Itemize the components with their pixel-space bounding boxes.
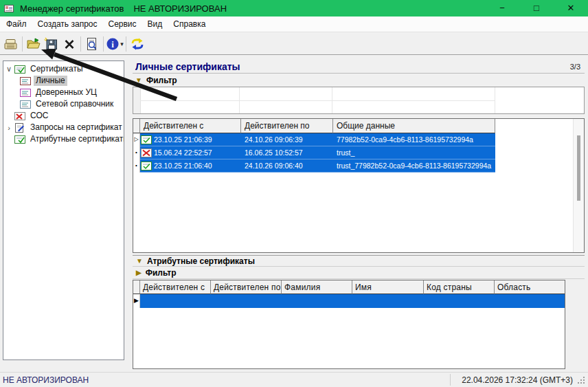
delete-icon: [63, 37, 76, 51]
certificate-tree: ∨ Сертификаты Личные Доверенных УЦ Сетев…: [3, 60, 124, 360]
attribute-filter-label: Фильтр: [146, 268, 177, 278]
vertical-scrollbar[interactable]: [573, 119, 584, 252]
cell-valid-from: 23.10.25 21:06:39: [140, 135, 241, 144]
current-row-marker: ▶: [133, 294, 140, 308]
tree-item-cert-requests[interactable]: › Запросы на сертификат: [3, 122, 124, 133]
column-header-country-code[interactable]: Код страны: [424, 280, 495, 294]
filter-cell-valid-from[interactable]: [141, 87, 239, 100]
filter-cell-common-data[interactable]: [332, 87, 495, 100]
info-icon: i: [106, 37, 120, 51]
title-bar: Менеджер сертификатов НЕ АВТОРИЗИРОВАН −…: [0, 0, 588, 16]
cert-revoked-icon: [141, 148, 152, 157]
menu-help[interactable]: Справка: [168, 17, 211, 31]
tree-item-label[interactable]: СОС: [28, 111, 50, 121]
personal-cert-icon: [20, 76, 31, 86]
page-title: Личные сертификаты: [135, 61, 240, 72]
resize-grip-icon[interactable]: [578, 377, 586, 385]
triangle-down-icon[interactable]: ▼: [135, 77, 142, 84]
attribute-section-header[interactable]: ▼ Атрибутные сертификаты: [133, 255, 585, 267]
menu-view[interactable]: Вид: [142, 17, 168, 31]
column-header-valid-to[interactable]: Действителен по: [211, 280, 282, 294]
column-header-common-data[interactable]: Общие данные: [333, 119, 495, 133]
tree-item-certificates[interactable]: ∨ Сертификаты: [3, 63, 124, 75]
toolbar: i ▾: [0, 33, 588, 55]
filter-grid: [133, 87, 585, 114]
toolbar-separator: [126, 36, 126, 52]
status-separator: [450, 374, 451, 386]
column-header-valid-from[interactable]: Действителен с: [140, 280, 211, 294]
current-row-marker: ▷: [133, 133, 140, 146]
header-selector-cell: [133, 119, 140, 133]
delete-button[interactable]: [60, 35, 78, 53]
attr-table-row[interactable]: ▶: [133, 294, 565, 308]
table-row[interactable]: • 15.06.24 22:52:57 16.06.25 10:52:57 tr…: [133, 146, 584, 159]
tree-item-label[interactable]: Атрибутные сертификаты: [28, 134, 124, 144]
filter-label: Фильтр: [146, 76, 177, 85]
record-counter: 3/3: [570, 63, 580, 71]
tree-item-label[interactable]: Сетевой справочник: [34, 99, 115, 109]
menu-file[interactable]: Файл: [1, 17, 32, 31]
column-header-valid-from[interactable]: Действителен с: [140, 119, 241, 133]
svg-text:i: i: [111, 38, 114, 49]
close-button[interactable]: ✕: [554, 0, 588, 16]
attribute-filter-header[interactable]: ▶ Фильтр: [133, 267, 585, 279]
tree-item-label[interactable]: Доверенных УЦ: [34, 87, 99, 98]
cell-valid-to: 16.06.25 10:52:57: [241, 148, 333, 157]
minimize-button[interactable]: −: [485, 0, 519, 16]
certificates-table: Действителен с Действителен по Общие дан…: [133, 118, 585, 253]
trusted-ca-cert-icon: [20, 88, 31, 98]
tree-item-network-directory[interactable]: Сетевой справочник: [3, 98, 124, 110]
triangle-down-icon[interactable]: ▼: [136, 258, 143, 265]
attribute-certificates-table: Действителен с Действителен по Фамилия И…: [133, 280, 565, 369]
tree-item-crl[interactable]: СОС: [3, 110, 124, 122]
open-button[interactable]: [25, 35, 43, 53]
maximize-button[interactable]: □: [519, 0, 554, 16]
column-header-name[interactable]: Имя: [352, 280, 424, 294]
request-icon: [14, 123, 25, 133]
toolbar-separator: [80, 36, 81, 52]
tree-item-attribute-certs[interactable]: Атрибутные сертификаты: [3, 133, 124, 145]
menu-service[interactable]: Сервис: [102, 17, 142, 31]
tree-item-label[interactable]: Сертификаты: [28, 64, 85, 74]
table-row[interactable]: ▷ 23.10.25 21:06:39 24.10.26 09:06:39 77…: [133, 133, 584, 146]
column-header-valid-to[interactable]: Действителен по: [241, 119, 333, 133]
attr-table-header-row: Действителен с Действителен по Фамилия И…: [133, 280, 565, 294]
cell-valid-to: 24.10.26 09:06:40: [241, 162, 333, 170]
triangle-right-icon[interactable]: ▶: [136, 269, 142, 276]
preview-icon: [84, 37, 100, 51]
column-header-surname[interactable]: Фамилия: [282, 280, 352, 294]
tree-item-personal[interactable]: Личные: [3, 75, 124, 87]
filter-grid-line: [495, 87, 495, 113]
attr-empty-row: [140, 294, 565, 308]
filter-grid-line: [140, 100, 495, 101]
menu-create-request[interactable]: Создать запрос: [32, 17, 103, 31]
filter-cell-valid-to[interactable]: [240, 87, 332, 100]
cell-common-data: trust_: [333, 148, 495, 157]
preview-button[interactable]: [83, 35, 101, 53]
table-row[interactable]: • 23.10.25 21:06:40 24.10.26 09:06:40 tr…: [133, 159, 584, 173]
chevron-right-icon[interactable]: ›: [3, 124, 14, 132]
info-button[interactable]: i ▾: [106, 35, 124, 53]
cell-valid-from: 23.10.25 21:06:40: [140, 162, 241, 170]
save-button[interactable]: [43, 35, 60, 53]
status-datetime: 22.04.2026 17:32:24 (GMT+3): [462, 375, 573, 385]
scrollbar-thumb[interactable]: [577, 135, 580, 201]
status-bar: НЕ АВТОРИЗИРОВАН 22.04.2026 17:32:24 (GM…: [0, 372, 588, 387]
tree-item-trusted-ca[interactable]: Доверенных УЦ: [3, 87, 124, 98]
tree-item-label[interactable]: Личные: [34, 76, 67, 86]
cert-folder-icon: [14, 65, 25, 74]
journal-button[interactable]: [2, 35, 20, 53]
cell-common-data: 77982b52-0ca9-4cb6-8113-86195732994a: [333, 135, 495, 144]
filter-header[interactable]: ▼ Фильтр: [135, 76, 177, 85]
refresh-button[interactable]: [128, 35, 146, 53]
status-auth-text: НЕ АВТОРИЗИРОВАН: [3, 375, 89, 385]
cell-valid-from: 15.06.24 22:52:57: [140, 148, 241, 157]
cert-valid-icon: [141, 162, 152, 170]
tree-item-label[interactable]: Запросы на сертификат: [28, 122, 124, 133]
window-controls: − □ ✕: [485, 0, 588, 16]
toolbar-separator: [103, 36, 104, 52]
chevron-down-icon[interactable]: ∨: [3, 65, 14, 74]
refresh-icon: [130, 38, 145, 50]
column-header-region[interactable]: Область: [495, 280, 565, 294]
info-dropdown-icon[interactable]: ▾: [120, 41, 124, 47]
